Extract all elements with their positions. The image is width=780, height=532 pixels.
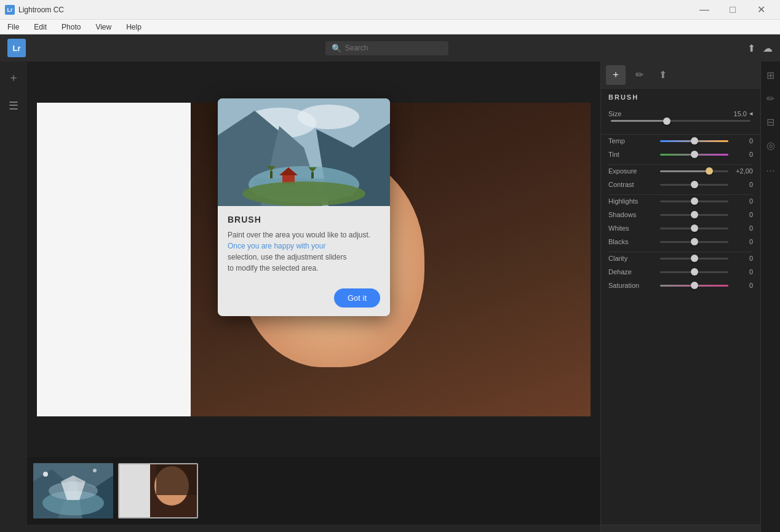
blacks-slider-row: Blacks 0 bbox=[608, 238, 753, 245]
crop-icon[interactable]: ⊟ bbox=[762, 113, 779, 130]
tooltip-title: BRUSH bbox=[228, 215, 380, 224]
clarity-slider-track[interactable] bbox=[660, 258, 728, 260]
bottom-toolbar: ⊞ ⊟ □ ≡ ▾ ⚑ ⚐ ★ ★ ★ ★ ★ bbox=[27, 525, 600, 532]
presets-bar: Presets ℹ bbox=[601, 525, 760, 532]
dehaze-slider-thumb[interactable] bbox=[691, 268, 698, 276]
star-1[interactable]: ★ bbox=[294, 530, 303, 533]
left-sidebar: ＋ ☰ bbox=[0, 62, 27, 532]
menu-edit[interactable]: Edit bbox=[31, 22, 49, 33]
contrast-label: Contrast bbox=[608, 181, 658, 188]
brush-controls: Size 15.0 ◂ bbox=[601, 106, 760, 132]
compare-icon[interactable]: ⊡ bbox=[561, 529, 575, 532]
app-title: Lightroom CC bbox=[18, 6, 64, 14]
contrast-slider-track[interactable] bbox=[660, 184, 728, 186]
panel-title: BRUSH bbox=[601, 89, 760, 106]
dehaze-slider-track[interactable] bbox=[660, 271, 728, 273]
filmstrip-thumb-1[interactable] bbox=[118, 463, 198, 518]
heal-icon[interactable]: ✏ bbox=[762, 90, 779, 107]
tooltip-body: BRUSH Paint over the area you would like… bbox=[218, 206, 390, 284]
filmstrip-thumb-0[interactable] bbox=[33, 463, 113, 518]
search-input[interactable] bbox=[345, 44, 431, 52]
exposure-slider-track[interactable] bbox=[660, 170, 728, 172]
exposure-fill bbox=[660, 170, 709, 172]
tint-slider-thumb[interactable] bbox=[691, 151, 698, 158]
star-3[interactable]: ★ bbox=[316, 530, 325, 533]
size-slider-track[interactable] bbox=[611, 120, 750, 122]
tooltip-description: Paint over the area you would like to ad… bbox=[228, 229, 380, 274]
flag-icon[interactable]: ⚑ bbox=[272, 530, 281, 533]
view-grid-large[interactable]: ⊟ bbox=[53, 529, 66, 532]
view-single[interactable]: □ bbox=[71, 529, 85, 532]
close-button[interactable]: ✕ bbox=[747, 0, 775, 20]
cloud-icon[interactable]: ☁ bbox=[763, 42, 773, 54]
svg-point-2 bbox=[298, 105, 359, 129]
search-bar[interactable]: 🔍 bbox=[325, 41, 448, 55]
highlights-slider-track[interactable] bbox=[660, 200, 728, 202]
star-2[interactable]: ★ bbox=[305, 530, 314, 533]
filter-icon[interactable]: ◎ bbox=[762, 137, 779, 154]
filmstrip bbox=[27, 457, 600, 525]
heal-tool-icon[interactable]: ✏ bbox=[629, 65, 649, 85]
divider-2 bbox=[608, 164, 753, 165]
menu-view[interactable]: View bbox=[93, 22, 114, 33]
shadows-slider-row: Shadows 0 bbox=[608, 211, 753, 218]
got-it-button[interactable]: Got it bbox=[334, 288, 380, 308]
whites-slider-track[interactable] bbox=[660, 228, 728, 229]
view-grid-small[interactable]: ⊞ bbox=[34, 529, 48, 532]
contrast-slider-thumb[interactable] bbox=[691, 181, 698, 188]
contrast-value: 0 bbox=[731, 181, 753, 188]
shadows-slider-thumb[interactable] bbox=[691, 211, 698, 218]
clarity-slider-thumb[interactable] bbox=[691, 255, 698, 262]
bottom-left: ⊞ ⊟ □ ≡ ▾ bbox=[34, 529, 100, 532]
size-slider-row bbox=[608, 120, 753, 122]
divider-4 bbox=[608, 252, 753, 252]
maximize-button[interactable]: □ bbox=[718, 0, 747, 20]
shadows-slider-track[interactable] bbox=[660, 214, 728, 216]
tint-slider-track[interactable] bbox=[660, 154, 728, 156]
shadows-value: 0 bbox=[731, 211, 753, 218]
star-5[interactable]: ★ bbox=[338, 530, 347, 533]
size-arrow[interactable]: ◂ bbox=[749, 109, 753, 117]
landscape-svg bbox=[218, 98, 390, 206]
blacks-slider-track[interactable] bbox=[660, 241, 728, 243]
temp-slider-thumb[interactable] bbox=[691, 137, 698, 145]
minimize-button[interactable]: — bbox=[690, 0, 718, 20]
size-value: 15.0 ◂ bbox=[734, 109, 753, 117]
size-slider-thumb[interactable] bbox=[663, 117, 671, 125]
more-icon[interactable]: … bbox=[762, 160, 779, 177]
library-icon[interactable]: ☰ bbox=[4, 96, 23, 116]
split-icon[interactable]: ⊠ bbox=[579, 529, 593, 532]
tooltip-desc-line4: selection, use the adjustment sliders bbox=[228, 253, 346, 261]
titlebar-controls: — □ ✕ bbox=[690, 0, 775, 20]
flag2-icon[interactable]: ⚐ bbox=[283, 530, 292, 533]
saturation-slider-thumb[interactable] bbox=[691, 282, 698, 289]
temp-slider-track[interactable] bbox=[660, 140, 728, 142]
whites-slider-thumb[interactable] bbox=[691, 224, 698, 232]
app-icon: Lr bbox=[5, 5, 15, 15]
menu-help[interactable]: Help bbox=[124, 22, 144, 33]
add-icon[interactable]: ＋ bbox=[4, 68, 23, 87]
exposure-slider-thumb[interactable] bbox=[706, 167, 713, 175]
upload-icon[interactable]: ⬆ bbox=[747, 42, 755, 54]
titlebar-left: Lr Lightroom CC bbox=[5, 5, 64, 15]
brush-tooltip: BRUSH Paint over the area you would like… bbox=[218, 98, 390, 316]
menu-file[interactable]: File bbox=[5, 22, 22, 33]
bottom-center: ⚑ ⚐ ★ ★ ★ ★ ★ bbox=[272, 530, 347, 533]
content: ＋ ☰ bbox=[0, 62, 780, 532]
erase-tool-icon[interactable]: ⬆ bbox=[653, 65, 672, 85]
brush-tool-icon[interactable]: ＋ bbox=[606, 65, 626, 85]
menu-photo[interactable]: Photo bbox=[59, 22, 83, 33]
adjust-icon[interactable]: ⊞ bbox=[762, 66, 779, 84]
divider-1 bbox=[601, 134, 760, 135]
whites-slider-row: Whites 0 bbox=[608, 224, 753, 232]
saturation-slider-track[interactable] bbox=[660, 285, 728, 287]
blacks-label: Blacks bbox=[608, 238, 658, 245]
highlights-slider-thumb[interactable] bbox=[691, 197, 698, 205]
canvas-area: BRUSH Paint over the area you would like… bbox=[27, 62, 600, 532]
star-4[interactable]: ★ bbox=[327, 530, 336, 533]
tooltip-image bbox=[218, 98, 390, 206]
tooltip-footer: Got it bbox=[218, 284, 390, 316]
blacks-slider-thumb[interactable] bbox=[691, 238, 698, 245]
saturation-slider-row: Saturation 0 bbox=[608, 282, 753, 289]
clarity-value: 0 bbox=[731, 255, 753, 262]
